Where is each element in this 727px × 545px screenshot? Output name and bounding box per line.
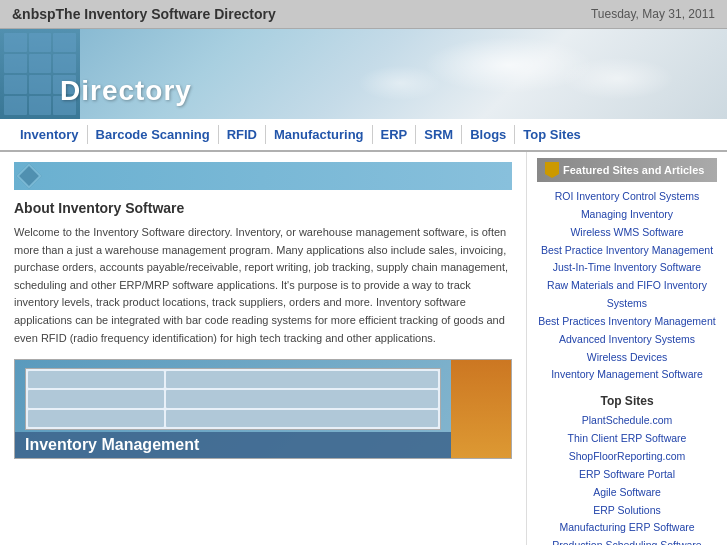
hero-label: Directory (60, 75, 192, 107)
featured-link[interactable]: Wireless WMS Software (537, 224, 717, 242)
ribbon-icon (545, 162, 559, 178)
nav-item-rfid[interactable]: RFID (219, 125, 266, 144)
nav-item-blogs[interactable]: Blogs (462, 125, 515, 144)
featured-link[interactable]: Inventory Management Software (537, 366, 717, 384)
featured-link[interactable]: Wireless Devices (537, 349, 717, 367)
featured-link[interactable]: Just-In-Time Inventory Software (537, 259, 717, 277)
top-site-link[interactable]: ERP Software Portal (537, 466, 717, 484)
featured-link[interactable]: Managing Inventory (537, 206, 717, 224)
featured-link[interactable]: Best Practices Inventory Management (537, 313, 717, 331)
image-sidebar-bar (451, 360, 511, 458)
nav-item-top-sites[interactable]: Top Sites (515, 125, 589, 144)
nav-item-srm[interactable]: SRM (416, 125, 462, 144)
about-title: About Inventory Software (14, 200, 512, 216)
nav-item-barcode-scanning[interactable]: Barcode Scanning (88, 125, 219, 144)
main-content: About Inventory Software Welcome to the … (0, 152, 527, 545)
top-sites-links: PlantSchedule.comThin Client ERP Softwar… (537, 412, 717, 545)
featured-links: ROI Inventory Control SystemsManaging In… (537, 188, 717, 384)
top-diamond (14, 162, 512, 190)
top-site-link[interactable]: ERP Solutions (537, 502, 717, 520)
nav-item-manufacturing[interactable]: Manufacturing (266, 125, 373, 144)
content-area: About Inventory Software Welcome to the … (0, 152, 727, 545)
top-sites-title: Top Sites (537, 394, 717, 408)
featured-link[interactable]: Advanced Inventory Systems (537, 331, 717, 349)
nav-bar: InventoryBarcode ScanningRFIDManufacturi… (0, 119, 727, 152)
diamond-icon (16, 163, 41, 188)
top-site-link[interactable]: Production Scheduling Software (537, 537, 717, 545)
top-site-link[interactable]: Thin Client ERP Software (537, 430, 717, 448)
site-title: &nbspThe Inventory Software Directory (12, 6, 276, 22)
header-bar: &nbspThe Inventory Software Directory Tu… (0, 0, 727, 29)
featured-header-label: Featured Sites and Articles (563, 164, 704, 176)
top-site-link[interactable]: Manufacturing ERP Software (537, 519, 717, 537)
nav-item-erp[interactable]: ERP (373, 125, 417, 144)
featured-header: Featured Sites and Articles (537, 158, 717, 182)
screen-simulation (25, 368, 441, 430)
featured-link[interactable]: ROI Inventory Control Systems (537, 188, 717, 206)
top-site-link[interactable]: PlantSchedule.com (537, 412, 717, 430)
top-site-link[interactable]: ShopFloorReporting.com (537, 448, 717, 466)
featured-link[interactable]: Best Practice Inventory Management (537, 242, 717, 260)
nav-item-inventory[interactable]: Inventory (12, 125, 88, 144)
hero-banner: Directory (0, 29, 727, 119)
featured-link[interactable]: Raw Materials and FIFO Inventory Systems (537, 277, 717, 313)
about-text: Welcome to the Inventory Software direct… (14, 224, 512, 347)
sidebar: Featured Sites and Articles ROI Inventor… (527, 152, 727, 545)
header-date: Tuesday, May 31, 2011 (591, 7, 715, 21)
diamond-bar (14, 162, 512, 190)
top-site-link[interactable]: Agile Software (537, 484, 717, 502)
inventory-image-box: Inventory Management (14, 359, 512, 459)
inventory-img-label: Inventory Management (15, 432, 511, 458)
